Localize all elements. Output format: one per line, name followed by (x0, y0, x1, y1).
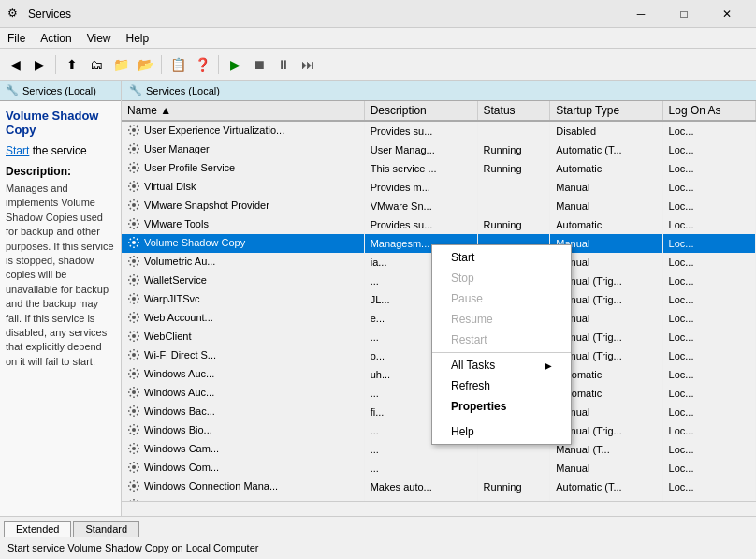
app-icon: ⚙ (7, 7, 22, 22)
ctx-item-all-tasks[interactable]: All Tasks▶ (432, 355, 571, 375)
start-suffix: the service (29, 144, 86, 157)
left-panel-header: 🔧 Services (Local) (0, 81, 121, 101)
cell-name: Windows Bac... (122, 403, 364, 421)
svg-point-16 (132, 428, 136, 432)
cell-startup: Disabled (550, 121, 662, 140)
close-button[interactable]: ✕ (705, 0, 749, 28)
toolbar-pause[interactable]: ⏸ (272, 53, 295, 76)
menu-help[interactable]: Help (119, 30, 157, 47)
status-bar: Start service Volume Shadow Copy on Loca… (0, 537, 756, 557)
toolbar-properties[interactable]: 📋 (167, 53, 189, 76)
ctx-separator (432, 419, 571, 419)
cell-logon: Loc... (662, 234, 755, 253)
cell-startup: Manual (550, 459, 662, 478)
table-row[interactable]: Windows Connection Mana... Makes auto...… (122, 478, 756, 496)
table-row[interactable]: User Profile Service This service ... Ru… (122, 159, 756, 178)
cell-name: VMware Snapshot Provider (122, 197, 364, 215)
cell-status (477, 197, 550, 215)
service-gear-icon (127, 124, 140, 137)
svg-point-12 (132, 353, 136, 357)
title-bar-text: Services (28, 7, 619, 21)
col-name[interactable]: Name ▲ (122, 101, 364, 121)
cell-logon: Loc... (662, 178, 755, 197)
cell-status (477, 121, 550, 140)
start-link[interactable]: Start (6, 144, 29, 157)
ctx-item-refresh[interactable]: Refresh (432, 375, 571, 396)
col-logon[interactable]: Log On As (662, 101, 755, 121)
cell-desc: Provides su... (364, 215, 477, 234)
cell-startup: Automatic (550, 215, 662, 234)
status-text: Start service Volume Shadow Copy on Loca… (7, 542, 258, 553)
service-gear-icon (127, 386, 140, 399)
toolbar-up[interactable]: ⬆ (61, 53, 83, 76)
table-row[interactable]: Virtual Disk Provides m... Manual Loc... (122, 178, 756, 197)
tab-extended[interactable]: Extended (4, 521, 71, 537)
svg-point-8 (132, 278, 136, 282)
tab-standard[interactable]: Standard (73, 521, 139, 537)
svg-point-7 (132, 259, 136, 263)
svg-point-3 (132, 184, 136, 188)
cell-status: Running (477, 215, 550, 234)
table-row[interactable]: User Manager User Manag... Running Autom… (122, 140, 756, 159)
minimize-button[interactable]: ─ (619, 0, 662, 28)
service-gear-icon (127, 217, 140, 230)
cell-logon: Loc... (662, 309, 755, 328)
cell-name: User Manager (122, 140, 364, 159)
table-row[interactable]: VMware Tools Provides su... Running Auto… (122, 215, 756, 234)
cell-logon: Loc... (662, 290, 755, 309)
service-gear-icon (127, 405, 140, 418)
cell-logon: Loc... (662, 140, 755, 159)
toolbar-forward[interactable]: ▶ (28, 53, 51, 76)
cell-logon: Loc... (662, 121, 755, 140)
cell-startup: Manual (550, 178, 662, 197)
cell-logon: Loc... (662, 215, 755, 234)
toolbar-disconnect[interactable]: 📂 (134, 53, 156, 76)
cell-startup: Automatic (T... (550, 140, 662, 159)
ctx-item-start[interactable]: Start (432, 247, 571, 268)
toolbar-stop[interactable]: ⏹ (248, 53, 270, 76)
title-bar-controls: ─ □ ✕ (619, 0, 749, 28)
cell-logon: Loc... (662, 421, 755, 440)
cell-logon: Loc... (662, 272, 755, 290)
horizontal-scrollbar[interactable] (122, 501, 756, 516)
service-gear-icon (127, 161, 140, 174)
svg-point-13 (132, 372, 136, 375)
menu-action[interactable]: Action (33, 30, 79, 47)
svg-point-0 (132, 128, 136, 132)
toolbar-help2[interactable]: ❓ (191, 53, 213, 76)
cell-logon: Loc... (662, 159, 755, 178)
svg-point-18 (132, 465, 136, 469)
toolbar-show-hide[interactable]: 🗂 (85, 53, 108, 76)
toolbar-start[interactable]: ▶ (224, 53, 246, 76)
cell-status (477, 178, 550, 197)
toolbar-restart[interactable]: ⏭ (297, 53, 319, 76)
svg-point-19 (132, 484, 136, 488)
cell-name: Volumetric Au... (122, 253, 364, 272)
cell-status (477, 459, 550, 478)
ctx-item-properties[interactable]: Properties (432, 396, 571, 417)
menu-view[interactable]: View (80, 30, 119, 47)
toolbar-back[interactable]: ◀ (4, 53, 26, 76)
maximize-button[interactable]: □ (662, 0, 705, 28)
table-row[interactable]: User Experience Virtualizatio... Provide… (122, 121, 756, 140)
ctx-item-help[interactable]: Help (432, 421, 571, 442)
cell-name: VMware Tools (122, 215, 364, 234)
menu-file[interactable]: File (0, 30, 33, 47)
ctx-item-pause: Pause (432, 288, 571, 309)
col-startup[interactable]: Startup Type (550, 101, 662, 121)
col-status[interactable]: Status (477, 101, 550, 121)
service-gear-icon (127, 367, 140, 380)
cell-logon: Loc... (662, 253, 755, 272)
table-row[interactable]: Windows Com... ... Manual Loc... (122, 459, 756, 478)
cell-desc: Provides m... (364, 178, 477, 197)
col-desc[interactable]: Description (364, 101, 477, 121)
cell-desc: VMware Sn... (364, 197, 477, 215)
cell-desc: User Manag... (364, 140, 477, 159)
service-gear-icon (127, 142, 140, 155)
ctx-item-stop: Stop (432, 268, 571, 288)
cell-status: Running (477, 140, 550, 159)
toolbar-map-drive[interactable]: 📁 (109, 53, 132, 76)
service-gear-icon (127, 255, 140, 268)
table-row[interactable]: VMware Snapshot Provider VMware Sn... Ma… (122, 197, 756, 215)
service-gear-icon (127, 292, 140, 305)
